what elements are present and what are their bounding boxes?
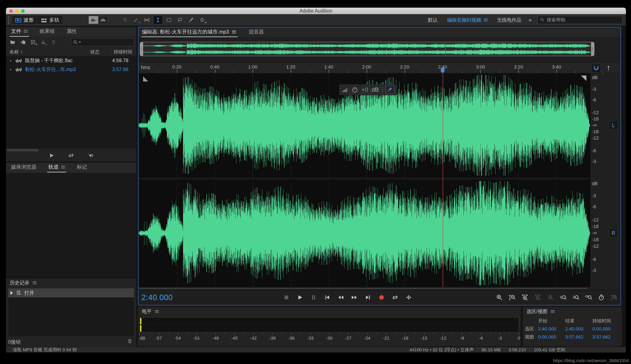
skip-to-end-button[interactable] <box>363 292 373 302</box>
multitrack-view-button[interactable]: 多轨 <box>37 16 63 24</box>
help-search-box[interactable] <box>538 16 622 24</box>
view-duration[interactable]: 3:57.662 <box>592 334 619 340</box>
waveform-display-button[interactable] <box>89 16 98 24</box>
waveform-editor-icon <box>15 18 22 22</box>
lasso-selection-tool-button[interactable] <box>175 15 185 24</box>
tab-markers[interactable]: 标记 <box>76 164 88 172</box>
column-name[interactable]: 名称 ↑ <box>6 49 88 55</box>
delete-history-button[interactable] <box>127 338 134 346</box>
ruler-unit[interactable]: hms <box>141 65 150 70</box>
spectral-display-button[interactable] <box>98 16 108 24</box>
right-channel-button[interactable]: R <box>609 229 618 238</box>
workspace-menu-icon[interactable] <box>484 19 488 22</box>
selection-end[interactable]: 2:40.000 <box>565 326 592 332</box>
overview-waveform[interactable] <box>143 43 591 55</box>
column-status[interactable]: 状态 <box>88 49 111 55</box>
file-row[interactable]: › 靳松-火车开往...市.mp3 3:57.66 <box>6 65 136 74</box>
play-button[interactable] <box>295 292 305 302</box>
corner-grabber-top-left[interactable] <box>143 76 148 82</box>
auto-play-speaker-button[interactable] <box>86 151 95 160</box>
tab-mixer[interactable]: 混音器 <box>248 28 266 37</box>
overview-left-handle[interactable] <box>140 42 143 56</box>
record-button[interactable] <box>376 292 387 302</box>
playhead-time-display[interactable]: 2:40.000 <box>141 293 173 302</box>
slip-tool-button[interactable] <box>142 15 152 24</box>
workspace-item-radio-production[interactable]: 无线电作品 <box>497 17 521 23</box>
selection-duration[interactable]: 0:00.000 <box>592 326 619 332</box>
selection-panel-title: 选区/视图 <box>526 308 547 315</box>
panel-menu-icon[interactable] <box>551 310 555 313</box>
files-horizontal-scrollbar[interactable] <box>7 149 39 152</box>
loop-playback-button[interactable] <box>390 292 400 302</box>
skip-to-start-button[interactable] <box>322 292 333 302</box>
skip-selection-button[interactable] <box>403 292 414 302</box>
zoom-out-amplitude-button[interactable] <box>507 292 517 302</box>
expand-chevron-icon[interactable]: › <box>6 58 15 64</box>
waveform-scrollbar-thumb[interactable] <box>139 288 587 289</box>
waveform-scrollbar[interactable] <box>139 288 587 290</box>
history-item-open[interactable]: 打开 <box>8 288 134 298</box>
marquee-selection-tool-button[interactable] <box>164 15 174 24</box>
loop-playback-button[interactable] <box>67 151 76 160</box>
tab-effects-rack[interactable]: 效果组 <box>38 28 56 37</box>
snap-magnet-button[interactable] <box>592 64 601 72</box>
expand-chevron-icon[interactable]: › <box>6 67 15 72</box>
column-duration[interactable]: 持续时间 <box>111 49 136 55</box>
selection-start[interactable]: 2:40.000 <box>538 326 565 332</box>
view-start[interactable]: 0:00.000 <box>538 334 565 340</box>
workspace-overflow-chevron[interactable]: » <box>529 17 532 23</box>
new-file-button[interactable] <box>29 38 38 46</box>
play-button[interactable] <box>47 151 56 160</box>
workspace-item-default[interactable]: 默认 <box>428 17 438 23</box>
elapsed-time-button[interactable] <box>596 292 606 302</box>
files-search-box[interactable] <box>71 38 134 46</box>
overview-right-handle[interactable] <box>591 42 594 56</box>
import-file-button[interactable] <box>18 38 28 46</box>
panel-menu-icon[interactable] <box>155 310 159 313</box>
titlebar[interactable]: Adobe Audition <box>6 8 626 14</box>
zoom-in-button[interactable] <box>494 292 505 302</box>
waveform-overview[interactable] <box>140 42 594 56</box>
paintbrush-tool-button[interactable] <box>186 15 196 24</box>
timeline-ruler[interactable]: hms 0:200:401:001:201:402:002:202:403:00… <box>138 63 620 73</box>
hud-pin-button[interactable] <box>386 86 394 94</box>
search-dropdown-caret[interactable] <box>79 42 81 43</box>
gain-hud[interactable]: +0 dB <box>339 84 397 95</box>
toolbar-grip[interactable] <box>8 16 9 24</box>
fast-forward-button[interactable] <box>349 292 360 302</box>
move-tool-button <box>120 15 130 24</box>
zoom-in-left-edge-button[interactable] <box>558 292 568 302</box>
playhead-line[interactable] <box>443 74 443 287</box>
time-selection-tool-button[interactable] <box>153 15 163 24</box>
help-search-input[interactable] <box>547 17 620 23</box>
waveform-plot[interactable] <box>139 74 590 287</box>
zoom-in-time-button[interactable] <box>519 292 530 302</box>
panel-menu-icon[interactable] <box>24 30 28 33</box>
left-channel-button[interactable]: L <box>609 121 618 130</box>
tab-properties[interactable]: 属性 <box>65 28 78 37</box>
panel-menu-icon[interactable] <box>232 30 236 33</box>
hud-gain-value[interactable]: +0 <box>361 86 368 93</box>
marker-pin-button[interactable] <box>604 64 613 72</box>
corner-grabber-top-right[interactable] <box>581 76 586 81</box>
panel-menu-icon[interactable] <box>33 282 37 284</box>
workspace-item-edit-audio-to-video[interactable]: 编辑音频到视频 <box>447 17 488 23</box>
tab-tracks[interactable]: 轨道 <box>47 164 66 172</box>
zoom-in-right-edge-button[interactable] <box>570 292 581 302</box>
view-end[interactable]: 3:57.662 <box>565 334 592 340</box>
panel-menu-icon[interactable] <box>61 166 65 168</box>
save-file-button <box>39 38 48 46</box>
tab-files[interactable]: 文件 <box>10 28 29 37</box>
zoom-to-selection-button[interactable] <box>583 292 594 302</box>
waveform-view-button[interactable]: 波形 <box>12 16 37 24</box>
file-row[interactable]: › 陈慧娴 - 千千阕歌.flac 4:59.78 <box>6 56 136 65</box>
level-scale-label: -15 <box>421 336 427 341</box>
gain-knob-icon[interactable] <box>352 87 358 93</box>
tab-media-browser[interactable]: 媒体浏览器 <box>10 164 38 172</box>
open-folder-button[interactable] <box>8 38 18 46</box>
tab-editor[interactable]: 编辑器: 靳松-火车开往远方的城市.mp3 <box>141 28 238 37</box>
spot-healing-brush-tool-button[interactable] <box>197 15 207 24</box>
level-scale-label: -12 <box>440 336 446 341</box>
editor-panel: 编辑器: 靳松-火车开往远方的城市.mp3 混音器 hm <box>138 27 621 306</box>
rewind-button[interactable] <box>336 292 346 302</box>
